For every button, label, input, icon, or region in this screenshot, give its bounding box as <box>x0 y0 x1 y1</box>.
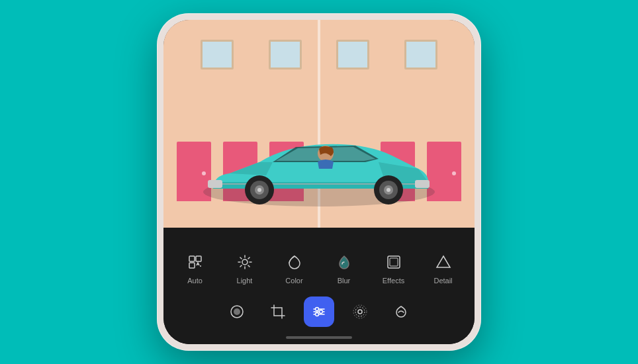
svg-point-34 <box>320 310 323 314</box>
auto-icon <box>185 251 206 273</box>
photo-background <box>163 20 475 241</box>
svg-point-33 <box>316 308 319 311</box>
svg-line-24 <box>248 257 249 259</box>
tool-detail[interactable]: Detail <box>427 251 460 285</box>
tool-effects[interactable]: Effects <box>377 251 410 285</box>
svg-line-22 <box>248 265 249 267</box>
home-indicator <box>163 332 475 344</box>
photo-area <box>163 20 475 241</box>
action-adjust-button[interactable] <box>304 296 334 327</box>
svg-rect-14 <box>189 263 195 268</box>
tool-auto[interactable]: Auto <box>179 251 212 285</box>
color-label: Color <box>285 277 302 285</box>
tool-blur[interactable]: Blur <box>328 251 361 285</box>
svg-marker-27 <box>437 256 450 267</box>
svg-rect-13 <box>196 256 201 261</box>
svg-point-35 <box>316 313 319 316</box>
tools-row: Auto <box>163 241 475 290</box>
auto-label: Auto <box>187 277 203 285</box>
window-2 <box>269 40 302 69</box>
action-mask-button[interactable] <box>222 296 252 327</box>
car-image <box>193 126 445 214</box>
light-label: Light <box>237 277 253 285</box>
actions-row <box>163 290 475 332</box>
light-icon <box>234 251 255 273</box>
svg-point-29 <box>234 308 240 315</box>
svg-point-10 <box>257 188 261 192</box>
svg-point-36 <box>358 310 362 314</box>
blur-icon <box>334 251 355 273</box>
window-1 <box>201 40 234 69</box>
detail-icon <box>433 251 454 273</box>
svg-line-21 <box>240 257 241 259</box>
color-icon <box>284 251 305 273</box>
action-radial-button[interactable] <box>345 296 375 327</box>
dark-strip <box>163 228 475 241</box>
svg-rect-26 <box>390 258 398 266</box>
home-bar <box>286 336 352 339</box>
detail-label: Detail <box>433 277 452 285</box>
action-crop-button[interactable] <box>263 296 293 327</box>
effects-icon <box>383 251 404 273</box>
svg-point-16 <box>242 259 248 265</box>
toolbar-area: Auto <box>163 241 475 344</box>
tool-light[interactable]: Light <box>228 251 261 285</box>
svg-point-15 <box>200 265 201 267</box>
action-heal-button[interactable] <box>386 296 416 327</box>
svg-line-23 <box>240 265 241 267</box>
window-3 <box>336 40 369 69</box>
phone-frame: Auto <box>157 13 481 351</box>
svg-point-6 <box>387 188 390 192</box>
svg-rect-1 <box>415 180 430 188</box>
effects-label: Effects <box>383 277 404 285</box>
tool-color[interactable]: Color <box>278 251 311 285</box>
svg-rect-12 <box>189 256 195 261</box>
svg-point-37 <box>355 307 365 316</box>
blur-label: Blur <box>338 277 351 285</box>
svg-rect-2 <box>208 180 222 188</box>
window-4 <box>404 40 437 69</box>
phone-inner: Auto <box>163 20 475 344</box>
